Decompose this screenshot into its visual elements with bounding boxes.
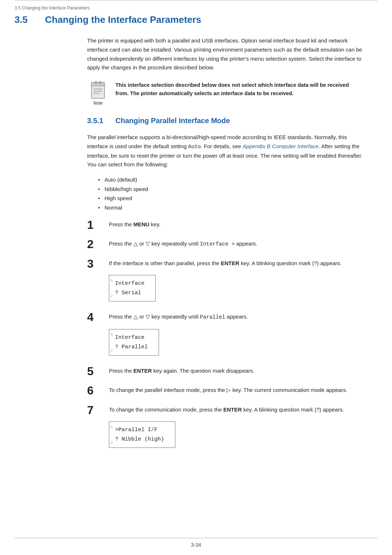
note-label: Note <box>93 101 102 106</box>
step-4-number: 4 <box>87 311 102 324</box>
svg-point-6 <box>99 81 101 84</box>
step-7-bold: ENTER <box>223 406 242 413</box>
step-3-content: If the interface is other than parallel,… <box>109 258 363 305</box>
list-item: High speed <box>98 194 363 203</box>
step-7-content: To change the communication mode, press … <box>109 404 363 451</box>
step-3: 3 If the interface is other than paralle… <box>87 258 363 305</box>
lcd-corner-tl-4: ↘ <box>110 330 113 338</box>
lcd-corner-bl: ↗ <box>110 292 113 300</box>
lcd-corner-bl-7: ↗ <box>110 439 113 447</box>
step-4-code: Parallel <box>200 314 225 320</box>
lcd-line-2: ? Serial <box>115 288 144 298</box>
note-text: This interface selection described below… <box>115 81 363 98</box>
appendix-link[interactable]: Appendix B Computer Interface <box>242 143 318 149</box>
note-icon <box>89 81 107 100</box>
step-7-number: 7 <box>87 404 102 417</box>
step-5-content: Press the ENTER key again. The question … <box>109 365 363 376</box>
step-3-number: 3 <box>87 258 102 270</box>
lcd-line-1: Interface <box>115 279 144 288</box>
appendix-link-text: Appendix B Computer Interface <box>242 143 318 149</box>
section-title: Changing the Interface Parameters <box>45 14 201 25</box>
list-item: Normal <box>98 203 363 212</box>
section-number: 3.5 <box>15 14 36 25</box>
svg-rect-1 <box>91 82 105 86</box>
bullet-list: Auto (default) Nibble/high speed High sp… <box>98 175 363 212</box>
step-4-content: Press the △ or ▽ key repeatedly until Pa… <box>109 311 363 358</box>
step-4: 4 Press the △ or ▽ key repeatedly until … <box>87 311 363 358</box>
step-1-number: 1 <box>87 219 102 231</box>
lcd-corner-tl: ↘ <box>110 276 113 284</box>
svg-point-5 <box>95 81 97 84</box>
sub-para-1: The parallel interface supports a bi-dir… <box>87 133 363 169</box>
subsection-title: Changing Parallel Interface Mode <box>115 117 230 125</box>
step-7-display: ↘ ↗ >Parallel I/F ? Nibble (high) <box>109 421 175 448</box>
step-3-bold: ENTER <box>221 260 240 266</box>
footer: 3-34 <box>15 538 377 548</box>
lcd-line-2-7: ? Nibble (high) <box>115 435 164 444</box>
note-bold-text: This interface selection described below… <box>115 82 349 96</box>
lcd-line-2-4: ? Parallel <box>115 343 148 352</box>
step-1-bold: MENU <box>134 221 150 227</box>
subsection-heading: 3.5.1 Changing Parallel Interface Mode <box>87 117 363 125</box>
note-icon-area: Note <box>87 81 109 106</box>
note-box: Note This interface selection described … <box>87 81 363 106</box>
step-6-number: 6 <box>87 384 102 397</box>
step-2: 2 Press the △ or ▽ key repeatedly until … <box>87 238 363 251</box>
numbered-steps: 1 Press the MENU key. 2 Press the △ or ▽… <box>87 219 363 451</box>
step-4-display: ↘ ↗ Interface ? Parallel <box>109 329 159 356</box>
lcd-corner-bl-4: ↗ <box>110 347 113 355</box>
code-auto: Auto <box>188 144 201 150</box>
list-item: Auto (default) <box>98 175 363 185</box>
step-6-content: To change the parallel interface mode, p… <box>109 384 363 395</box>
step-5-number: 5 <box>87 365 102 378</box>
lcd-corner-tl-7: ↘ <box>110 422 113 430</box>
step-5: 5 Press the ENTER key again. The questio… <box>87 365 363 378</box>
step-1-content: Press the MENU key. <box>109 219 363 229</box>
step-5-bold: ENTER <box>134 368 152 374</box>
intro-paragraph: The printer is equipped with both a para… <box>87 36 363 72</box>
section-heading: 3.5 Changing the Interface Parameters <box>15 14 377 25</box>
step-1: 1 Press the MENU key. <box>87 219 363 231</box>
step-7: 7 To change the communication mode, pres… <box>87 404 363 451</box>
step-3-display: ↘ ↗ Interface ? Serial <box>109 275 156 301</box>
breadcrumb: 3.5 Changing the Interface Parameters <box>15 5 90 11</box>
step-2-code: Interface > <box>200 241 235 247</box>
step-2-content: Press the △ or ▽ key repeatedly until In… <box>109 238 363 249</box>
page-number: 3-34 <box>191 542 201 548</box>
step-2-number: 2 <box>87 238 102 251</box>
list-item: Nibble/high speed <box>98 185 363 194</box>
step-6: 6 To change the parallel interface mode,… <box>87 384 363 397</box>
lcd-line-1-4: Interface <box>115 333 148 343</box>
lcd-line-1-7: >Parallel I/F <box>115 425 164 435</box>
subsection-number: 3.5.1 <box>87 117 109 125</box>
